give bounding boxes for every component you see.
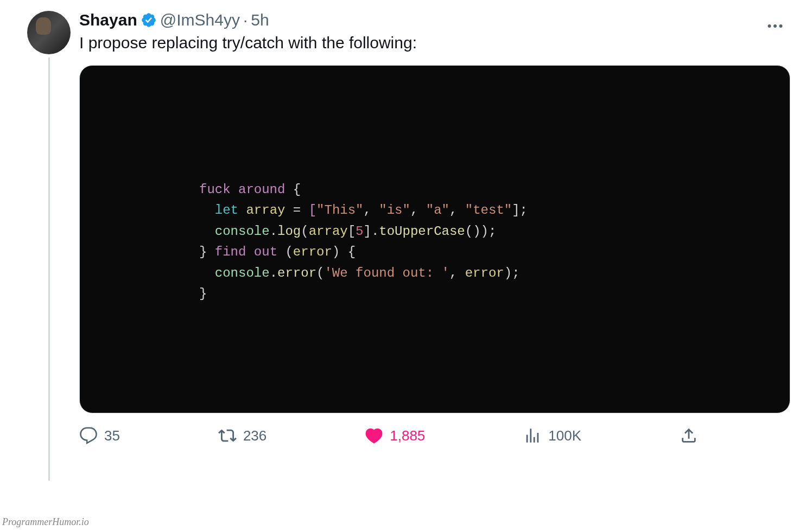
views-icon bbox=[523, 426, 542, 445]
separator-dot: · bbox=[243, 11, 248, 29]
code-token: "a" bbox=[426, 203, 449, 218]
code-token: ); bbox=[504, 266, 520, 280]
code-token: "This" bbox=[316, 203, 363, 218]
code-token: error bbox=[465, 266, 504, 280]
reply-count: 35 bbox=[104, 427, 120, 444]
view-count: 100K bbox=[548, 427, 581, 444]
code-token: console bbox=[215, 266, 270, 280]
verified-badge-icon bbox=[141, 12, 157, 28]
code-token: ) { bbox=[332, 245, 356, 259]
svg-point-2 bbox=[779, 24, 783, 28]
more-options-button[interactable] bbox=[765, 16, 785, 38]
code-token bbox=[199, 224, 215, 239]
code-token: "test" bbox=[465, 203, 512, 218]
retweet-count: 236 bbox=[243, 427, 267, 444]
thread-line bbox=[48, 58, 50, 481]
svg-point-1 bbox=[773, 24, 777, 28]
code-token: "is" bbox=[379, 203, 410, 218]
views-button[interactable]: 100K bbox=[523, 426, 581, 445]
code-token: , bbox=[449, 266, 465, 280]
code-image[interactable]: fuck around { let array = ["This", "is",… bbox=[79, 65, 790, 413]
code-token: [ bbox=[309, 203, 316, 218]
code-token: 5 bbox=[356, 224, 363, 239]
code-token: toUpperCase bbox=[379, 224, 465, 239]
code-token: ( bbox=[285, 245, 293, 259]
display-name[interactable]: Shayan bbox=[79, 11, 137, 29]
reply-icon bbox=[79, 426, 98, 445]
code-token: ]; bbox=[512, 203, 528, 218]
code-token: find out bbox=[207, 245, 285, 259]
code-token: ()); bbox=[465, 224, 497, 239]
heart-icon bbox=[365, 426, 383, 445]
code-token: . bbox=[270, 224, 277, 239]
share-icon bbox=[680, 426, 698, 445]
share-button[interactable] bbox=[680, 426, 698, 445]
like-button[interactable]: 1,885 bbox=[365, 426, 425, 445]
code-token: , bbox=[410, 203, 426, 218]
watermark: ProgrammerHumor.io bbox=[2, 516, 89, 528]
avatar[interactable] bbox=[27, 11, 71, 54]
tweet-content: Shayan @ImSh4yy · 5h I propose replacing… bbox=[79, 11, 790, 481]
code-token: . bbox=[371, 224, 379, 239]
retweet-button[interactable]: 236 bbox=[218, 426, 267, 445]
code-token: ( bbox=[301, 224, 308, 239]
svg-point-0 bbox=[768, 24, 771, 28]
tweet-header: Shayan @ImSh4yy · 5h bbox=[79, 11, 790, 29]
code-token bbox=[199, 203, 215, 218]
code-token: } bbox=[199, 245, 207, 259]
code-token: ] bbox=[364, 224, 371, 239]
handle[interactable]: @ImSh4yy bbox=[160, 11, 240, 29]
code-token: fuck around bbox=[199, 182, 285, 197]
code-token: array bbox=[246, 203, 285, 218]
code-token: . bbox=[270, 266, 277, 280]
reply-button[interactable]: 35 bbox=[79, 426, 120, 445]
code-token: log bbox=[277, 224, 301, 239]
code-token: [ bbox=[348, 224, 356, 239]
retweet-icon bbox=[218, 426, 237, 445]
code-token: , bbox=[364, 203, 379, 218]
code-token: = bbox=[285, 203, 308, 218]
code-token: } bbox=[199, 286, 207, 301]
avatar-column bbox=[27, 11, 71, 481]
code-token bbox=[238, 203, 246, 218]
code-token: ( bbox=[316, 266, 324, 280]
code-token: console bbox=[215, 224, 270, 239]
like-count: 1,885 bbox=[390, 427, 425, 444]
tweet-text: I propose replacing try/catch with the f… bbox=[79, 31, 790, 54]
code-token: let bbox=[215, 203, 238, 218]
code-token: , bbox=[449, 203, 465, 218]
code-token: error bbox=[277, 266, 316, 280]
actions-bar: 35 236 1,885 100K bbox=[79, 426, 720, 445]
tweet: Shayan @ImSh4yy · 5h I propose replacing… bbox=[0, 0, 812, 491]
code-token: 'We found out: ' bbox=[324, 266, 449, 280]
timestamp[interactable]: 5h bbox=[251, 11, 269, 29]
code-block: fuck around { let array = ["This", "is",… bbox=[199, 180, 757, 304]
code-token: array bbox=[309, 224, 348, 239]
code-token: { bbox=[285, 182, 301, 197]
code-token: error bbox=[293, 245, 332, 259]
code-token bbox=[199, 266, 215, 280]
